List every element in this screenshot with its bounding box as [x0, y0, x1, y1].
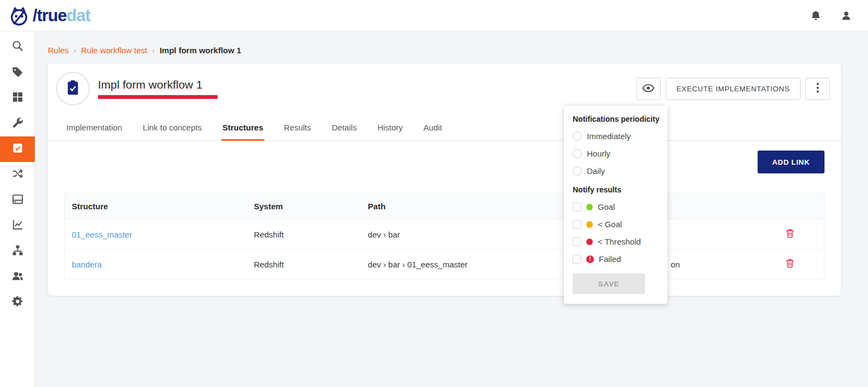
sidebar-item-quality[interactable]	[0, 136, 35, 162]
truedat-logo[interactable]: /truedat	[8, 4, 90, 27]
sidebar-item-taxonomy[interactable]	[0, 239, 35, 264]
extra-text: on	[671, 260, 680, 269]
checkbox-label: Failed	[599, 254, 621, 264]
checkbox-below-goal[interactable]	[573, 220, 581, 229]
trash-icon	[785, 262, 795, 270]
add-link-button[interactable]: ADD LINK	[758, 151, 824, 173]
radio-immediately[interactable]	[573, 132, 582, 141]
sidebar-item-search[interactable]	[0, 34, 35, 60]
shuffle-icon	[11, 167, 24, 182]
breadcrumb-separator: ›	[152, 46, 155, 55]
structures-table: Structure System Path 01_eess_master Red…	[64, 193, 824, 279]
wrench-icon	[11, 116, 24, 131]
checkbox-goal[interactable]	[573, 203, 581, 211]
storage-icon	[11, 193, 24, 208]
system-cell: Redshift	[247, 220, 361, 249]
page-title: Impl form workflow 1	[98, 78, 218, 91]
delete-link-button[interactable]	[784, 257, 796, 271]
structure-link[interactable]: bandera	[72, 260, 102, 269]
checkbox-option-below-goal[interactable]: < Goal	[573, 220, 659, 229]
table-row: 01_eess_master Redshift dev › bar	[65, 220, 824, 249]
tab-audit[interactable]: Audit	[423, 118, 443, 140]
tab-implementation[interactable]: Implementation	[65, 118, 123, 140]
checkbox-option-failed[interactable]: Failed	[573, 254, 659, 264]
trash-icon	[785, 232, 795, 240]
line-chart-icon	[11, 219, 24, 233]
column-header-actions	[756, 194, 824, 220]
notifications-popup: Notifications periodicity Immediately Ho…	[564, 106, 667, 304]
sitemap-icon	[11, 244, 24, 259]
column-header-structure: Structure	[65, 194, 247, 220]
implementation-card: Impl form workflow 1 EXECUTE IMPLEMENTAT…	[48, 64, 841, 296]
notifications-bell-icon[interactable]	[810, 10, 821, 22]
sidebar-item-users[interactable]	[0, 264, 35, 290]
checkbox-label: < Threshold	[598, 237, 641, 246]
owl-logo-icon	[8, 4, 30, 27]
brand-text: /truedat	[33, 6, 90, 26]
user-profile-icon[interactable]	[841, 10, 852, 22]
checkbox-below-threshold[interactable]	[573, 238, 581, 246]
table-header-row: Structure System Path	[65, 194, 824, 220]
below-goal-status-dot	[586, 221, 593, 228]
radio-option-immediately[interactable]: Immediately	[573, 132, 659, 141]
sidebar-item-dashboard[interactable]	[0, 85, 35, 111]
tab-bar: Implementation Link to concepts Structur…	[48, 118, 841, 141]
rule-avatar	[56, 72, 90, 105]
structure-link[interactable]: 01_eess_master	[72, 230, 132, 239]
main-content: Rules › Rule workflow test › Impl form w…	[35, 32, 868, 387]
sidebar-item-settings[interactable]	[0, 290, 35, 315]
checkbox-option-below-threshold[interactable]: < Threshold	[573, 237, 659, 246]
radio-label: Hourly	[587, 149, 610, 158]
radio-daily[interactable]	[573, 166, 582, 176]
column-header-system: System	[247, 194, 361, 220]
breadcrumb-rule-workflow-test[interactable]: Rule workflow test	[81, 46, 147, 55]
tab-history[interactable]: History	[376, 118, 404, 140]
radio-option-hourly[interactable]: Hourly	[573, 149, 659, 158]
radio-label: Immediately	[587, 132, 631, 141]
result-bar	[98, 95, 218, 99]
breadcrumb-current: Impl form workflow 1	[159, 46, 241, 55]
users-icon	[11, 270, 24, 284]
periodicity-title: Notifications periodicity	[573, 115, 659, 123]
sidebar-item-analytics[interactable]	[0, 213, 35, 239]
gear-icon	[11, 295, 24, 310]
watch-button[interactable]	[636, 78, 661, 100]
radio-label: Daily	[587, 166, 605, 176]
kebab-menu-icon	[816, 83, 819, 95]
breadcrumb-separator: ›	[73, 46, 76, 55]
sidebar-item-lineage[interactable]	[0, 162, 35, 188]
checkbox-option-goal[interactable]: Goal	[573, 202, 659, 211]
failed-error-icon	[586, 255, 594, 263]
eye-icon	[642, 84, 654, 94]
notify-results-title: Notify results	[573, 185, 659, 194]
sidebar-item-admin[interactable]	[0, 111, 35, 136]
radio-option-daily[interactable]: Daily	[573, 166, 659, 176]
tab-structures[interactable]: Structures	[221, 118, 264, 141]
search-icon	[11, 40, 24, 54]
tags-icon	[11, 65, 24, 80]
execute-implementations-button[interactable]: EXECUTE IMPLEMENTATIONS	[666, 78, 801, 100]
goal-status-dot	[586, 204, 593, 210]
clipboard-check-icon	[64, 79, 82, 98]
more-options-button[interactable]	[805, 78, 830, 100]
grid-icon	[11, 91, 24, 105]
quality-check-icon	[11, 142, 24, 157]
checkbox-label: Goal	[598, 202, 615, 211]
tab-results[interactable]: Results	[283, 118, 312, 140]
radio-hourly[interactable]	[573, 149, 582, 158]
checkbox-failed[interactable]	[573, 255, 581, 264]
left-sidebar	[0, 32, 35, 387]
save-button[interactable]: SAVE	[573, 273, 645, 294]
tab-details[interactable]: Details	[331, 118, 358, 140]
below-threshold-status-dot	[586, 239, 593, 245]
sidebar-item-tags[interactable]	[0, 60, 35, 85]
checkbox-label: < Goal	[598, 220, 622, 229]
tab-link-to-concepts[interactable]: Link to concepts	[142, 118, 203, 140]
delete-link-button[interactable]	[784, 227, 796, 241]
breadcrumb-rules[interactable]: Rules	[48, 46, 69, 55]
sidebar-item-structures[interactable]	[0, 188, 35, 213]
system-cell: Redshift	[247, 249, 361, 279]
top-header: /truedat	[0, 0, 868, 32]
breadcrumb: Rules › Rule workflow test › Impl form w…	[48, 46, 841, 55]
table-row: bandera Redshift dev › bar › 01_eess_mas…	[65, 249, 824, 279]
